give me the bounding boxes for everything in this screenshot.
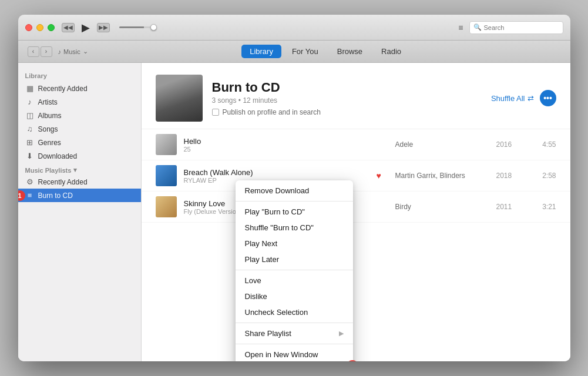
play-button[interactable]: ▶	[82, 21, 90, 34]
ctx-play-burn[interactable]: Play "Burn to CD"	[236, 204, 353, 220]
song-thumbnail	[156, 196, 177, 217]
song-year: 2018	[496, 172, 526, 180]
playlist-actions: Shuffle All ⇄ •••	[491, 90, 556, 106]
song-thumbnail	[156, 134, 177, 155]
content-area: Burn to CD 3 songs • 12 minutes Publish …	[142, 63, 570, 361]
submenu-arrow-icon: ▶	[339, 330, 344, 337]
tab-library[interactable]: Library	[241, 45, 281, 58]
sidebar-item-artists[interactable]: ♪ Artists	[18, 95, 141, 109]
sidebar-badge: 1	[18, 190, 25, 201]
song-artist: Birdy	[395, 203, 489, 211]
forward-arrow[interactable]: ›	[41, 46, 52, 57]
ctx-dislike[interactable]: Dislike	[236, 288, 353, 304]
minimize-button[interactable]	[36, 24, 43, 31]
songs-icon: ♫	[25, 125, 35, 133]
more-options-button[interactable]: •••	[540, 90, 556, 106]
ctx-separator	[236, 323, 353, 323]
song-duration: 4:55	[533, 140, 556, 149]
sidebar-label-burn-to-cd: Burn to CD	[38, 192, 73, 200]
ctx-remove-download[interactable]: Remove Download	[236, 183, 353, 199]
traffic-lights	[25, 24, 55, 31]
song-album: 25	[184, 146, 369, 153]
titlebar: ◀◀ ▶ ▶▶ ≡ 🔍	[18, 15, 570, 41]
sidebar-item-recently-added[interactable]: ▦ Recently Added	[18, 82, 141, 95]
publish-row: Publish on profile and in search	[212, 108, 482, 116]
playback-controls: ◀◀ ▶ ▶▶	[62, 21, 154, 34]
song-artist: Martin Garrix, Blinders	[395, 172, 489, 180]
ctx-separator	[236, 270, 353, 270]
playlist-info: Burn to CD 3 songs • 12 minutes Publish …	[212, 80, 482, 116]
ctx-open-window[interactable]: Open in New Window	[236, 347, 353, 361]
fastforward-button[interactable]: ▶▶	[97, 23, 110, 32]
sidebar-label-songs: Songs	[38, 125, 58, 133]
back-arrow[interactable]: ‹	[28, 46, 39, 57]
sidebar-item-albums[interactable]: ◫ Albums	[18, 109, 141, 122]
genres-icon: ⊞	[25, 138, 35, 147]
nav-tabs: Library For You Browse Radio	[90, 45, 561, 58]
song-thumbnail	[156, 165, 177, 186]
playlist-title: Burn to CD	[212, 80, 482, 95]
sidebar-label-albums: Albums	[38, 112, 62, 120]
search-input[interactable]	[484, 24, 559, 31]
sidebar-item-burn-to-cd[interactable]: ≡ Burn to CD 1	[18, 189, 141, 202]
song-row[interactable]: Breach (Walk Alone) RYLAW EP ♥ Martin Ga…	[142, 160, 570, 192]
download-icon: ⬇	[25, 152, 35, 160]
artist-icon: ♪	[25, 98, 35, 106]
song-list: Hello 25 Adele 2016 4:55 Breach (Walk Al…	[142, 129, 570, 361]
playlist-header: Burn to CD 3 songs • 12 minutes Publish …	[142, 63, 570, 129]
context-menu: Remove Download Play "Burn to CD" Shuffl…	[236, 180, 353, 361]
nav-arrows: ‹ ›	[28, 46, 52, 57]
ctx-play-later[interactable]: Play Later	[236, 251, 353, 267]
search-icon: 🔍	[473, 24, 482, 31]
rewind-button[interactable]: ◀◀	[62, 23, 75, 32]
music-note-icon: ♪	[58, 48, 62, 55]
close-button[interactable]	[25, 24, 32, 31]
sidebar-item-genres[interactable]: ⊞ Genres	[18, 136, 141, 149]
song-title: Breach (Walk Alone)	[184, 168, 369, 177]
song-title: Hello	[184, 137, 369, 146]
list-view-icon[interactable]: ≡	[458, 23, 463, 32]
song-artist: Adele	[395, 140, 489, 149]
sidebar-item-downloaded[interactable]: ⬇ Downloaded	[18, 149, 141, 163]
tab-for-you[interactable]: For You	[284, 45, 327, 58]
library-section-label: Library	[18, 68, 141, 82]
ctx-separator	[236, 201, 353, 202]
song-row[interactable]: Skinny Love Fly (Deluxe Version) Birdy 2…	[142, 192, 570, 223]
playlists-section[interactable]: Music Playlists ▾	[18, 163, 141, 175]
volume-slider[interactable]	[119, 26, 154, 28]
song-heart-icon: ♥	[377, 171, 388, 180]
playlists-label: Music Playlists	[25, 167, 72, 174]
fullscreen-button[interactable]	[48, 24, 55, 31]
music-label-text: Music	[63, 48, 80, 55]
playlist-meta: 3 songs • 12 minutes	[212, 96, 482, 105]
ctx-separator	[236, 344, 353, 344]
titlebar-right: ≡ 🔍	[458, 21, 563, 34]
sidebar-label-genres: Genres	[38, 139, 61, 147]
sidebar: Library ▦ Recently Added ♪ Artists ◫ Alb…	[18, 63, 142, 361]
search-box[interactable]: 🔍	[469, 21, 563, 34]
playlist-artwork	[156, 75, 203, 122]
ctx-play-next[interactable]: Play Next	[236, 236, 353, 251]
sidebar-label-artists: Artists	[38, 98, 58, 106]
song-duration: 3:21	[533, 203, 556, 211]
ctx-share-playlist[interactable]: Share Playlist ▶	[236, 325, 353, 341]
playlist-icon: ≡	[25, 191, 35, 200]
playlists-chevron-icon: ▾	[73, 166, 77, 174]
sidebar-item-recently-added-playlist[interactable]: ⚙ Recently Added	[18, 175, 141, 189]
song-duration: 2:58	[533, 172, 556, 180]
music-source-label[interactable]: ♪ Music ⌄	[58, 48, 88, 55]
ctx-shuffle-burn[interactable]: Shuffle "Burn to CD"	[236, 220, 353, 236]
ctx-love[interactable]: Love	[236, 273, 353, 288]
sidebar-item-songs[interactable]: ♫ Songs	[18, 122, 141, 136]
tab-browse[interactable]: Browse	[329, 45, 371, 58]
publish-checkbox[interactable]	[212, 109, 219, 116]
sidebar-label-downloaded: Downloaded	[38, 152, 78, 160]
grid-icon: ▦	[25, 84, 35, 93]
shuffle-all-button[interactable]: Shuffle All ⇄	[491, 94, 534, 103]
album-icon: ◫	[25, 111, 35, 120]
publish-label: Publish on profile and in search	[223, 108, 321, 116]
ctx-uncheck[interactable]: Uncheck Selection	[236, 304, 353, 320]
tab-radio[interactable]: Radio	[373, 45, 409, 58]
song-row[interactable]: Hello 25 Adele 2016 4:55	[142, 129, 570, 160]
shuffle-label: Shuffle All	[491, 94, 525, 103]
